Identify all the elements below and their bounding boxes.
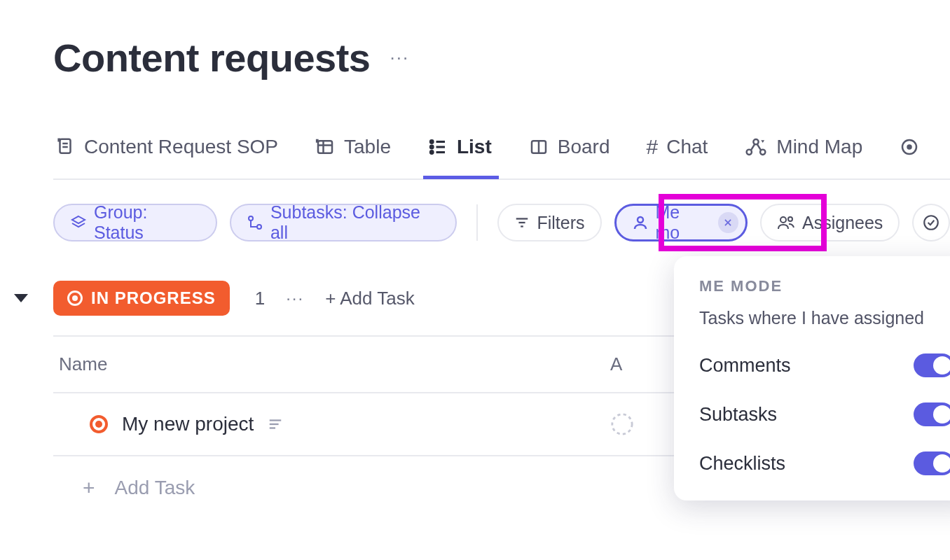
column-name[interactable]: Name [59, 354, 107, 375]
tab-list[interactable]: List [426, 136, 496, 178]
svg-point-18 [908, 146, 911, 149]
hash-icon: # [646, 135, 658, 159]
svg-point-6 [430, 141, 433, 144]
toggle-row-comments: Comments [699, 354, 950, 377]
filters-chip[interactable]: Filters [497, 204, 601, 241]
toggle-row-checklists: Checklists [699, 451, 950, 475]
person-icon [632, 214, 649, 231]
chip-label: Subtasks: Collapse all [270, 202, 441, 243]
svg-point-19 [249, 216, 253, 220]
svg-point-10 [430, 151, 433, 154]
column-assignee[interactable]: A [610, 354, 622, 375]
toggle-label: Subtasks [699, 404, 777, 426]
tab-label: List [457, 136, 492, 158]
toggle-subtasks[interactable] [914, 402, 950, 426]
chip-label: Filters [537, 213, 584, 233]
more-icon[interactable]: ··· [286, 288, 304, 308]
task-status-icon[interactable] [90, 415, 108, 433]
tab-chat[interactable]: # Chat [645, 135, 712, 178]
task-name[interactable]: My new project [122, 413, 254, 435]
svg-point-20 [257, 225, 261, 229]
tab-table[interactable]: Table [313, 136, 395, 178]
status-label: IN PROGRESS [91, 288, 216, 308]
subtask-icon [247, 214, 263, 231]
tab-mind-map[interactable]: Mind Map [743, 136, 867, 178]
toggle-comments[interactable] [914, 354, 950, 377]
layers-icon [70, 214, 87, 231]
tab-label: Mind Map [776, 136, 862, 158]
location-icon [899, 136, 920, 158]
tab-label: Content Request SOP [84, 136, 278, 158]
tab-map-extra[interactable] [897, 136, 920, 177]
svg-point-29 [924, 216, 938, 230]
assignee-placeholder-icon[interactable] [610, 412, 634, 436]
subtasks-chip[interactable]: Subtasks: Collapse all [230, 204, 457, 241]
toggle-checklists[interactable] [914, 451, 950, 475]
list-icon [427, 136, 448, 158]
add-task-label: Add Task [115, 477, 195, 499]
status-badge[interactable]: IN PROGRESS [53, 281, 230, 316]
annotation-highlight [659, 194, 827, 251]
svg-rect-3 [318, 141, 332, 153]
tab-label: Table [344, 136, 391, 158]
tab-content-request-sop[interactable]: Content Request SOP [53, 136, 282, 178]
show-closed-chip[interactable] [912, 204, 950, 241]
add-task-button[interactable]: + Add Task [325, 288, 414, 309]
description-icon[interactable] [268, 416, 283, 432]
table-icon [315, 136, 336, 158]
toggle-row-subtasks: Subtasks [699, 402, 950, 426]
filter-icon [514, 215, 530, 230]
svg-point-33 [612, 414, 632, 434]
page-title: Content requests [53, 35, 371, 80]
plus-icon: + [83, 476, 95, 500]
mind-map-icon [744, 136, 768, 158]
group-chip[interactable]: Group: Status [53, 204, 217, 241]
svg-point-24 [638, 217, 643, 223]
tab-label: Board [558, 136, 610, 158]
board-icon [528, 136, 549, 158]
popover-subheader: Tasks where I have assigned [699, 308, 950, 328]
tab-label: Chat [666, 136, 708, 158]
toolbar: Group: Status Subtasks: Collapse all Fil… [53, 204, 950, 241]
popover-header: ME MODE [699, 277, 950, 295]
doc-pinned-icon [55, 136, 76, 158]
more-icon[interactable]: ··· [390, 47, 410, 69]
tab-board[interactable]: Board [527, 136, 614, 178]
collapse-icon[interactable] [14, 294, 28, 302]
check-circle-icon [922, 214, 940, 232]
view-tabs: Content Request SOP Table List Board # [53, 135, 950, 180]
me-mode-popover: ME MODE Tasks where I have assigned Comm… [674, 256, 950, 500]
chip-label: Group: Status [94, 202, 200, 243]
task-count: 1 [255, 288, 265, 309]
toggle-label: Comments [699, 355, 791, 377]
toggle-label: Checklists [699, 453, 785, 475]
status-ring-icon [67, 290, 83, 306]
add-task-label: + Add Task [325, 288, 414, 309]
divider [476, 204, 478, 241]
svg-point-8 [430, 146, 433, 148]
